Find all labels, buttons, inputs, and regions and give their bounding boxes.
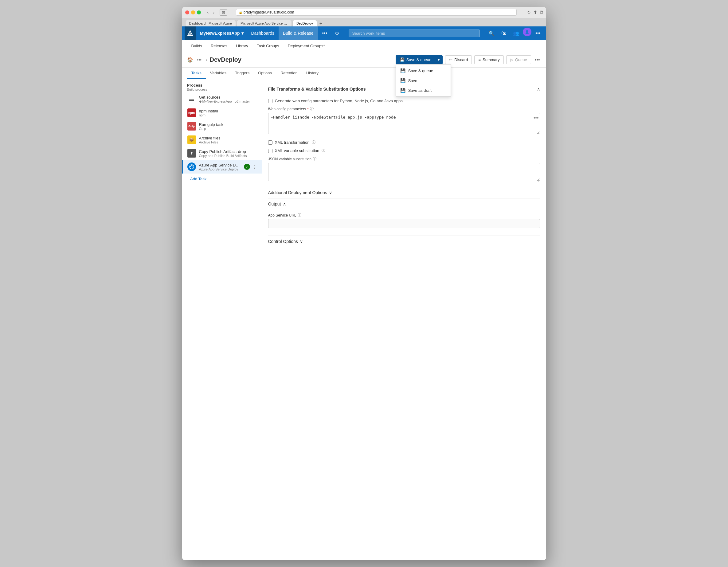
web-config-action-button[interactable]: ••• <box>534 115 539 121</box>
app-service-url-input[interactable] <box>268 219 540 228</box>
task-azure-more-button[interactable]: ⋮ <box>251 163 257 170</box>
save-menu-item[interactable]: 💾 Save <box>396 76 451 85</box>
close-button[interactable] <box>185 10 189 14</box>
task-item-copy[interactable]: ⬆ Copy Publish Artifact: drop Copy and P… <box>182 147 262 160</box>
add-task-button[interactable]: + Add Task <box>182 174 262 184</box>
breadcrumb-more-button[interactable]: ••• <box>196 57 203 63</box>
nav-more-button[interactable]: ••• <box>318 26 332 40</box>
nav-icon-group: 🔍 🛍 👥 👤 ••• <box>486 28 544 39</box>
json-var-sub-info-icon[interactable]: ⓘ <box>313 156 316 162</box>
nav-dashboards[interactable]: Dashboards <box>247 26 279 40</box>
web-config-input[interactable]: -Handler iisnode -NodeStartFile app.js -… <box>268 113 540 134</box>
share-button[interactable]: ⬆ <box>533 10 537 15</box>
task-npm-name: npm install <box>199 109 257 113</box>
nav-library[interactable]: Library <box>232 40 252 52</box>
right-panel: File Transforms & Variable Substitution … <box>262 79 546 560</box>
forward-button[interactable]: › <box>211 9 216 15</box>
queue-button[interactable]: ▷ Queue <box>506 55 531 64</box>
task-archive-sub: Archive Files <box>199 140 257 144</box>
task-get-sources-name: Get sources <box>199 95 257 100</box>
xml-transformation-group: XML transformation ⓘ <box>268 140 540 145</box>
lock-icon: 🔒 <box>239 11 242 14</box>
xml-variable-sub-checkbox[interactable] <box>268 149 272 153</box>
control-options-header[interactable]: Control Options ∨ <box>268 236 540 247</box>
additional-deployment-section: Additional Deployment Options ∨ <box>268 187 540 198</box>
task-item-npm[interactable]: npm npm install npm <box>182 106 262 119</box>
minimize-button[interactable] <box>191 10 195 14</box>
new-tab-button[interactable]: + <box>318 21 324 26</box>
tab-options[interactable]: Options <box>254 68 276 79</box>
queue-icon: ▷ <box>510 57 513 62</box>
save-draft-menu-item[interactable]: 💾 Save as draft <box>396 85 451 95</box>
control-options-toggle-icon: ∨ <box>300 239 303 244</box>
file-transform-toggle[interactable]: ∧ <box>537 87 540 92</box>
shopping-bag-icon[interactable]: 🛍 <box>498 28 509 39</box>
output-header[interactable]: Output ∧ <box>268 198 540 209</box>
nav-deployment-groups[interactable]: Deployment Groups* <box>284 40 329 52</box>
process-title: Process <box>187 83 257 88</box>
url-text: bradymgaster.visualstudio.com <box>244 10 294 14</box>
save-queue-menu-item[interactable]: 💾 Save & queue <box>396 66 451 76</box>
tab-retention[interactable]: Retention <box>276 68 302 79</box>
xml-variable-sub-group: XML variable substitution ⓘ <box>268 148 540 153</box>
task-gulp-info: Run gulp task Gulp <box>199 122 257 131</box>
browser-tab-appservice[interactable]: Microsoft Azure App Service - Welcome <box>237 20 292 26</box>
summary-button[interactable]: ≡ Summary <box>474 55 503 64</box>
json-variable-sub-input[interactable] <box>268 163 540 181</box>
nav-releases[interactable]: Releases <box>206 40 232 52</box>
nav-builds[interactable]: Builds <box>187 40 206 52</box>
app-logo[interactable] <box>185 26 196 40</box>
web-config-info-icon[interactable]: ⓘ <box>310 106 314 111</box>
nav-overflow-icon[interactable]: ••• <box>533 28 544 39</box>
save-queue-dropdown-button[interactable]: ▾ <box>435 55 443 64</box>
json-variable-sub-label: JSON variable substitution <box>268 157 311 161</box>
tab-tasks[interactable]: Tasks <box>187 68 206 79</box>
tab-history[interactable]: History <box>302 68 323 79</box>
output-section: Output ∧ App Service URL ⓘ <box>268 198 540 236</box>
additional-deployment-header[interactable]: Additional Deployment Options ∨ <box>268 187 540 198</box>
browser-tab-devdeploy[interactable]: DevDeploy <box>292 20 317 26</box>
branch-icon: ⎇ <box>235 100 239 103</box>
search-icon[interactable]: 🔍 <box>486 28 497 39</box>
xml-transform-info-icon[interactable]: ⓘ <box>312 140 315 145</box>
svg-point-2 <box>190 165 194 169</box>
task-item-archive[interactable]: 📦 Archive files Archive Files <box>182 133 262 147</box>
main-window: ‹ › ⊟ 🔒 bradymgaster.visualstudio.com ↻ … <box>182 7 546 560</box>
nav-build-release[interactable]: Build & Release <box>279 26 318 40</box>
reload-button[interactable]: ↻ <box>527 10 531 15</box>
app-service-url-label-row: App Service URL ⓘ <box>268 213 540 218</box>
web-config-group: Web.config parameters * ⓘ -Handler iisno… <box>268 106 540 135</box>
discard-button[interactable]: ↩ Discard <box>445 55 472 64</box>
browser-tab-azure[interactable]: Dashboard - Microsoft Azure <box>185 20 236 26</box>
generate-web-config-checkbox[interactable] <box>268 99 272 103</box>
app-service-url-info-icon[interactable]: ⓘ <box>298 213 301 218</box>
task-copy-sub: Copy and Publish Build Artifacts <box>199 154 257 158</box>
title-bar: ‹ › ⊟ 🔒 bradymgaster.visualstudio.com ↻ … <box>182 7 546 18</box>
settings-icon[interactable]: ⚙ <box>331 28 342 39</box>
web-config-label: Web.config parameters <box>268 107 306 111</box>
task-item-get-sources[interactable]: Get sources ◆ MyNewExpressApp ⎇ master <box>182 92 262 106</box>
task-item-azure[interactable]: Azure App Service Deploy: MyNe... Azure … <box>182 160 262 174</box>
tab-triggers[interactable]: Triggers <box>231 68 254 79</box>
generate-web-config-group: Generate web.config parameters for Pytho… <box>268 99 540 103</box>
avatar[interactable]: 👤 <box>523 28 531 36</box>
search-input[interactable] <box>349 29 479 37</box>
window-layout-button[interactable]: ⊟ <box>220 9 227 16</box>
save-queue-button[interactable]: 💾 Save & queue <box>396 55 435 64</box>
page-more-actions-button[interactable]: ••• <box>534 56 541 64</box>
xml-var-sub-info-icon[interactable]: ⓘ <box>322 148 325 153</box>
app-name-button[interactable]: MyNewExpressApp ▾ <box>197 26 247 40</box>
discard-label: Discard <box>454 57 468 62</box>
queue-label: Queue <box>515 57 527 62</box>
back-button[interactable]: ‹ <box>206 9 210 15</box>
task-azure-info: Azure App Service Deploy: MyNe... Azure … <box>199 163 241 171</box>
task-item-gulp[interactable]: Gulp Run gulp task Gulp <box>182 119 262 133</box>
nav-task-groups[interactable]: Task Groups <box>252 40 284 52</box>
xml-transformation-checkbox[interactable] <box>268 140 272 145</box>
fullscreen-button[interactable]: ⧉ <box>540 10 543 15</box>
process-header: Process Build process <box>182 79 262 92</box>
tab-variables[interactable]: Variables <box>206 68 231 79</box>
users-icon[interactable]: 👥 <box>511 28 522 39</box>
maximize-button[interactable] <box>197 10 201 14</box>
task-get-sources-info: Get sources ◆ MyNewExpressApp ⎇ master <box>199 95 257 104</box>
